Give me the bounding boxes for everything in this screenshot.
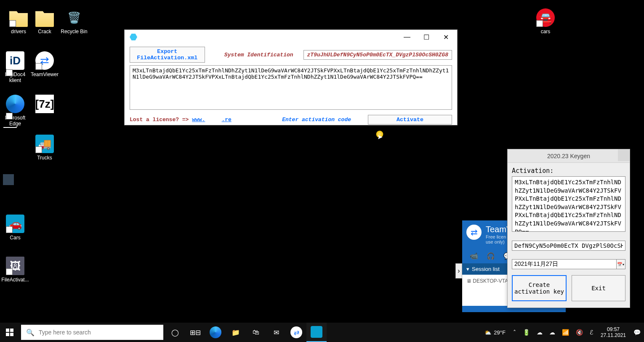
monitor-icon: 🖥 bbox=[466, 278, 471, 284]
create-activation-key-button[interactable]: Create activation key bbox=[512, 275, 567, 301]
tray-battery-icon[interactable]: 🔋 bbox=[519, 323, 533, 342]
teamviewer-logo-icon: ⇄ bbox=[466, 225, 482, 240]
clock-time: 09:57 bbox=[601, 326, 626, 332]
activation-label: Activation: bbox=[512, 167, 625, 175]
car-app-icon: 🚗 bbox=[6, 215, 24, 233]
recycle-bin-icon: 🗑️ bbox=[65, 8, 83, 27]
clock-date: 27.11.2021 bbox=[601, 332, 626, 338]
file-icon: 🖼 bbox=[6, 257, 24, 275]
activate-button[interactable]: Activate bbox=[368, 115, 452, 125]
digidoc-icon: iD bbox=[6, 51, 24, 70]
keygen-title-text: 2020.23 Keygen bbox=[547, 153, 590, 159]
edge-underline bbox=[3, 127, 17, 128]
weather-widget[interactable]: ⛅ 29°F bbox=[480, 329, 510, 336]
system-identification-value[interactable]: zT9uJhULDefN9CyN5oP0m0EcTX_DVgzPlS0OcSH0… bbox=[303, 50, 452, 60]
windows-logo-icon bbox=[6, 329, 13, 336]
lost-license-text: Lost a license? => www. .re bbox=[130, 117, 232, 123]
video-icon[interactable]: 📹 bbox=[470, 252, 478, 260]
lost-license-link2[interactable]: .re bbox=[221, 117, 231, 123]
taskbar-search[interactable]: 🔍 bbox=[21, 325, 163, 340]
activation-code-box[interactable] bbox=[512, 176, 625, 232]
tray-volume-icon[interactable]: 🔇 bbox=[572, 323, 586, 342]
enter-activation-code-label: Enter activation code bbox=[282, 117, 351, 123]
start-button[interactable] bbox=[0, 323, 19, 342]
lost-license-link[interactable]: www. bbox=[192, 117, 205, 123]
tray-onedrive-icon[interactable]: ☁ bbox=[533, 323, 546, 342]
desktop-icon-small[interactable] bbox=[0, 174, 17, 187]
desktop-icon-edge[interactable]: Microsoft Edge bbox=[0, 95, 30, 127]
date-input[interactable] bbox=[512, 259, 617, 269]
system-identification-label: System Identification bbox=[224, 52, 293, 58]
desktop-icon-crack[interactable]: Crack bbox=[29, 8, 60, 34]
tray-wifi-icon[interactable]: 📶 bbox=[559, 323, 572, 342]
tray-notifications-icon[interactable]: 💬 bbox=[630, 323, 644, 342]
generic-icon bbox=[3, 174, 14, 185]
keygen-window: 2020.23 Keygen Activation: 📅▾ Create act… bbox=[507, 149, 630, 308]
tray-cloud-icon[interactable]: ☁ bbox=[546, 323, 559, 342]
desktop-icon-digidoc[interactable]: iD DigiDoc4 klient bbox=[0, 51, 30, 84]
keygen-close-button[interactable] bbox=[618, 149, 630, 161]
taskbar-mail[interactable]: ✉ bbox=[266, 323, 286, 342]
tray-chevron-up-icon[interactable]: ˄ bbox=[510, 323, 519, 342]
desktop-icon-teamviewer[interactable]: ⇄ TeamViewer bbox=[29, 51, 60, 77]
desktop-icon-fileactivat[interactable]: 🖼 FileActivat... bbox=[0, 257, 30, 283]
chevron-down-icon: ▾ bbox=[466, 266, 469, 272]
desktop-icon-cars-blue[interactable]: 🚗 Cars bbox=[0, 215, 30, 241]
headset-icon[interactable]: 🎧 bbox=[487, 252, 495, 260]
cortana-button[interactable]: ⊞⊟ bbox=[185, 323, 205, 342]
teamviewer-icon: ⇄ bbox=[35, 51, 54, 70]
panel-expand-button[interactable]: › bbox=[455, 263, 462, 278]
desktop-icon-trucks[interactable]: 🚚 Trucks bbox=[29, 135, 60, 161]
desktop-icon-cars-red[interactable]: 🚘 cars bbox=[530, 8, 561, 34]
cursor-highlight bbox=[376, 130, 383, 138]
taskbar-store[interactable]: 🛍 bbox=[246, 323, 266, 342]
folder-icon bbox=[35, 8, 54, 27]
hardware-id-input[interactable] bbox=[512, 241, 625, 251]
edge-icon bbox=[6, 95, 24, 113]
minimize-button[interactable]: — bbox=[397, 30, 417, 44]
activation-window: — ☐ ✕ Export FileActivation.xml System I… bbox=[124, 29, 458, 125]
search-icon: 🔍 bbox=[26, 329, 35, 337]
truck-app-icon: 🚚 bbox=[35, 135, 54, 153]
window-titlebar[interactable]: — ☐ ✕ bbox=[125, 30, 457, 44]
date-picker-button[interactable]: 📅▾ bbox=[616, 259, 625, 269]
activation-code-textarea[interactable] bbox=[130, 65, 452, 110]
taskbar-edge[interactable] bbox=[205, 323, 226, 342]
export-file-activation-button[interactable]: Export FileActivation.xml bbox=[130, 47, 205, 63]
sevenz-icon: [7z] bbox=[35, 95, 54, 113]
taskbar-explorer[interactable]: 📁 bbox=[226, 323, 246, 342]
desktop-icon-recycle-bin[interactable]: 🗑️ Recycle Bin bbox=[59, 8, 89, 34]
exit-button[interactable]: Exit bbox=[572, 275, 625, 301]
task-view-button[interactable]: ◯ bbox=[165, 323, 185, 342]
folder-icon bbox=[9, 8, 28, 27]
car-red-icon: 🚘 bbox=[536, 8, 555, 27]
taskbar-clock[interactable]: 09:57 27.11.2021 bbox=[596, 326, 630, 339]
search-input[interactable] bbox=[39, 329, 158, 336]
tray-language-icon[interactable]: ℰ bbox=[586, 323, 596, 342]
weather-temp: 29°F bbox=[494, 329, 506, 336]
taskbar: 🔍 ◯ ⊞⊟ 📁 🛍 ✉ ⇄ ⛅ 29°F ˄ 🔋 ☁ ☁ 📶 🔇 ℰ 09:5… bbox=[0, 323, 644, 342]
taskbar-app-active[interactable] bbox=[306, 323, 327, 342]
maximize-button[interactable]: ☐ bbox=[417, 30, 436, 44]
keygen-titlebar[interactable]: 2020.23 Keygen bbox=[508, 149, 630, 163]
app-hexagon-icon bbox=[130, 33, 137, 41]
taskbar-teamviewer[interactable]: ⇄ bbox=[286, 323, 306, 342]
close-button[interactable]: ✕ bbox=[436, 30, 455, 44]
desktop-icon-7z[interactable]: [7z] bbox=[29, 95, 60, 115]
weather-icon: ⛅ bbox=[484, 329, 491, 336]
cursor-arrow-icon: ➤ bbox=[377, 133, 383, 141]
